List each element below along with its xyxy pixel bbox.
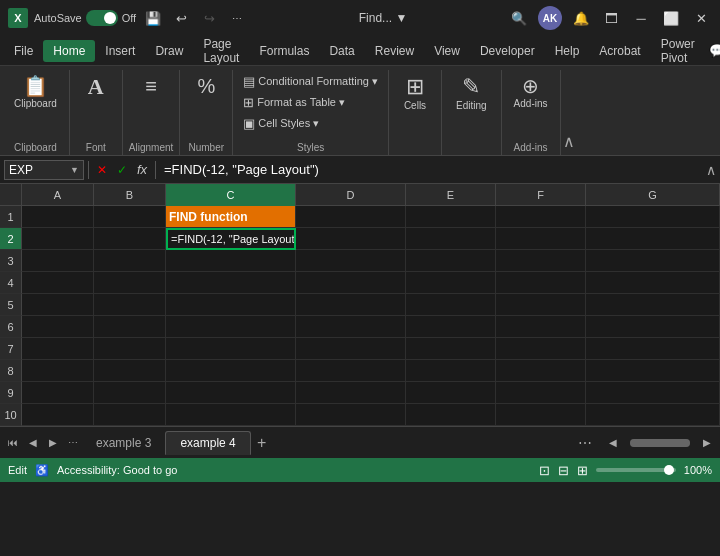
- save-button[interactable]: 💾: [142, 7, 164, 29]
- name-box-dropdown[interactable]: ▼: [70, 165, 79, 175]
- menu-review[interactable]: Review: [365, 40, 424, 62]
- col-header-a[interactable]: A: [22, 184, 94, 206]
- col-header-b[interactable]: B: [94, 184, 166, 206]
- cell-f4[interactable]: [496, 272, 586, 294]
- redo-button[interactable]: ↪: [198, 7, 220, 29]
- col-header-d[interactable]: D: [296, 184, 406, 206]
- cell-g2[interactable]: [586, 228, 720, 250]
- menu-draw[interactable]: Draw: [145, 40, 193, 62]
- formula-input[interactable]: [160, 162, 702, 177]
- insert-function-button[interactable]: fx: [133, 161, 151, 179]
- cell-f6[interactable]: [496, 316, 586, 338]
- tab-nav-more[interactable]: ⋯: [64, 434, 82, 452]
- cell-c3[interactable]: [166, 250, 296, 272]
- clipboard-button[interactable]: 📋 Clipboard: [8, 72, 63, 113]
- cell-a2[interactable]: [22, 228, 94, 250]
- cell-d10[interactable]: [296, 404, 406, 426]
- view-layout-button[interactable]: ⊟: [558, 463, 569, 478]
- horizontal-scrollbar[interactable]: [630, 439, 690, 447]
- tab-example4[interactable]: example 4: [165, 431, 250, 455]
- row-header-5[interactable]: 5: [0, 294, 22, 316]
- cell-a5[interactable]: [22, 294, 94, 316]
- cell-d7[interactable]: [296, 338, 406, 360]
- cell-a1[interactable]: [22, 206, 94, 228]
- cell-c6[interactable]: [166, 316, 296, 338]
- cell-c4[interactable]: [166, 272, 296, 294]
- cell-b7[interactable]: [94, 338, 166, 360]
- cell-c1[interactable]: FIND function: [166, 206, 296, 228]
- cell-e3[interactable]: [406, 250, 496, 272]
- addins-button[interactable]: ⊕ Add-ins: [508, 72, 554, 113]
- cell-a7[interactable]: [22, 338, 94, 360]
- tab-nav-first[interactable]: ⏮: [4, 434, 22, 452]
- cell-e8[interactable]: [406, 360, 496, 382]
- cell-a4[interactable]: [22, 272, 94, 294]
- number-button[interactable]: %: [186, 72, 226, 102]
- cell-f3[interactable]: [496, 250, 586, 272]
- add-sheet-button[interactable]: +: [251, 432, 273, 454]
- cell-f10[interactable]: [496, 404, 586, 426]
- cell-g3[interactable]: [586, 250, 720, 272]
- cell-g1[interactable]: [586, 206, 720, 228]
- menu-help[interactable]: Help: [545, 40, 590, 62]
- cell-b10[interactable]: [94, 404, 166, 426]
- conditional-formatting-button[interactable]: ▤ Conditional Formatting ▾: [239, 72, 382, 91]
- row-header-6[interactable]: 6: [0, 316, 22, 338]
- cell-g8[interactable]: [586, 360, 720, 382]
- row-header-8[interactable]: 8: [0, 360, 22, 382]
- row-header-2[interactable]: 2: [0, 228, 22, 250]
- cell-d8[interactable]: [296, 360, 406, 382]
- quick-access-more[interactable]: ⋯: [226, 7, 248, 29]
- cell-f1[interactable]: [496, 206, 586, 228]
- cell-a9[interactable]: [22, 382, 94, 404]
- cell-b3[interactable]: [94, 250, 166, 272]
- cell-a6[interactable]: [22, 316, 94, 338]
- scroll-left-button[interactable]: ◀: [604, 434, 622, 452]
- cell-e10[interactable]: [406, 404, 496, 426]
- name-box[interactable]: EXP ▼: [4, 160, 84, 180]
- cell-e1[interactable]: [406, 206, 496, 228]
- editing-button[interactable]: ✎ Editing: [448, 72, 495, 115]
- cell-g4[interactable]: [586, 272, 720, 294]
- row-header-4[interactable]: 4: [0, 272, 22, 294]
- cell-b9[interactable]: [94, 382, 166, 404]
- menu-file[interactable]: File: [4, 40, 43, 62]
- cell-c9[interactable]: [166, 382, 296, 404]
- menu-acrobat[interactable]: Acrobat: [589, 40, 650, 62]
- cell-c10[interactable]: [166, 404, 296, 426]
- cancel-formula-button[interactable]: ✕: [93, 161, 111, 179]
- row-header-7[interactable]: 7: [0, 338, 22, 360]
- cell-styles-button[interactable]: ▣ Cell Styles ▾: [239, 114, 323, 133]
- profile-avatar[interactable]: AK: [538, 6, 562, 30]
- row-header-9[interactable]: 9: [0, 382, 22, 404]
- format-as-table-button[interactable]: ⊞ Format as Table ▾: [239, 93, 349, 112]
- cell-e7[interactable]: [406, 338, 496, 360]
- col-header-e[interactable]: E: [406, 184, 496, 206]
- cell-g5[interactable]: [586, 294, 720, 316]
- cell-c7[interactable]: [166, 338, 296, 360]
- menu-formulas[interactable]: Formulas: [249, 40, 319, 62]
- cell-f2[interactable]: [496, 228, 586, 250]
- col-header-c[interactable]: C: [166, 184, 296, 206]
- menu-developer[interactable]: Developer: [470, 40, 545, 62]
- cell-f8[interactable]: [496, 360, 586, 382]
- menu-home[interactable]: Home: [43, 40, 95, 62]
- notifications-button[interactable]: 🔔: [570, 7, 592, 29]
- close-button[interactable]: ✕: [690, 7, 712, 29]
- formula-bar-expand[interactable]: ∧: [706, 162, 716, 178]
- cell-g6[interactable]: [586, 316, 720, 338]
- cell-b2[interactable]: [94, 228, 166, 250]
- alignment-button[interactable]: ≡: [131, 72, 171, 102]
- restore-button[interactable]: ⬜: [660, 7, 682, 29]
- scroll-right-button[interactable]: ▶: [698, 434, 716, 452]
- comment-button[interactable]: 💬: [705, 39, 720, 63]
- cell-e4[interactable]: [406, 272, 496, 294]
- col-header-f[interactable]: F: [496, 184, 586, 206]
- cell-d1[interactable]: [296, 206, 406, 228]
- cell-b6[interactable]: [94, 316, 166, 338]
- cell-b5[interactable]: [94, 294, 166, 316]
- cell-f7[interactable]: [496, 338, 586, 360]
- cell-g9[interactable]: [586, 382, 720, 404]
- tab-example3[interactable]: example 3: [82, 432, 165, 454]
- cell-e5[interactable]: [406, 294, 496, 316]
